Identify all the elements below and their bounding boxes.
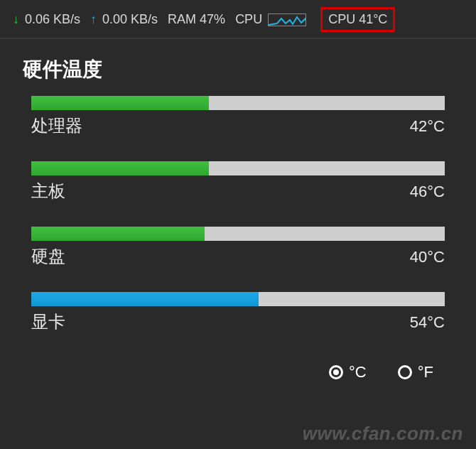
temp-bar-fill: [31, 96, 209, 110]
temp-name: 显卡: [31, 310, 65, 333]
upload-arrow-icon: ↑: [90, 12, 97, 27]
cpu-temp-highlight: CPU 41°C: [320, 7, 395, 32]
temp-value: 46°C: [410, 183, 445, 201]
watermark: www.cfan.com.cn: [303, 423, 463, 445]
temp-bar: [31, 96, 445, 110]
unit-label-fahrenheit: °F: [418, 363, 433, 382]
temp-item-motherboard: 主板 46°C: [31, 161, 445, 202]
temp-value: 54°C: [410, 313, 445, 332]
temp-bar: [31, 292, 445, 306]
temp-bar-fill: [31, 292, 259, 306]
temp-bar-fill: [31, 161, 209, 175]
temp-name: 硬盘: [31, 245, 65, 268]
radio-dot-icon: [333, 369, 339, 375]
radio-icon: [329, 365, 343, 379]
temp-value: 42°C: [410, 117, 445, 136]
top-status-bar: ↓ 0.06 KB/s ↑ 0.00 KB/s RAM 47% CPU CPU …: [0, 0, 476, 39]
temp-item-gpu: 显卡 54°C: [31, 292, 445, 333]
temp-bar: [31, 227, 445, 241]
temp-value: 40°C: [410, 248, 445, 266]
cpu-label: CPU: [235, 12, 262, 27]
unit-selector-row: °C °F: [0, 357, 476, 382]
radio-icon: [398, 365, 412, 379]
ram-usage-item: RAM 47%: [168, 12, 225, 27]
unit-radio-celsius[interactable]: °C: [329, 363, 367, 382]
cpu-usage-item: CPU: [235, 12, 306, 27]
temperature-list: 处理器 42°C 主板 46°C 硬盘 40°C 显卡 54°C: [0, 96, 476, 333]
upload-speed-value: 0.00 KB/s: [102, 12, 158, 27]
temp-bar: [31, 161, 445, 175]
cpu-temp-value: CPU 41°C: [328, 12, 387, 26]
temp-item-cpu: 处理器 42°C: [31, 96, 445, 137]
temp-name: 处理器: [31, 114, 82, 137]
section-title: 硬件温度: [0, 39, 476, 96]
download-arrow-icon: ↓: [13, 12, 19, 27]
temp-bar-fill: [31, 227, 205, 241]
cpu-usage-graph-icon: [268, 13, 306, 26]
temp-name: 主板: [31, 180, 65, 202]
download-speed-item: ↓ 0.06 KB/s: [13, 12, 80, 27]
unit-label-celsius: °C: [349, 363, 367, 382]
upload-speed-item: ↑ 0.00 KB/s: [90, 12, 158, 27]
ram-usage-value: RAM 47%: [168, 12, 225, 27]
unit-radio-fahrenheit[interactable]: °F: [398, 363, 433, 382]
temp-item-hdd: 硬盘 40°C: [31, 227, 445, 268]
download-speed-value: 0.06 KB/s: [25, 12, 80, 27]
